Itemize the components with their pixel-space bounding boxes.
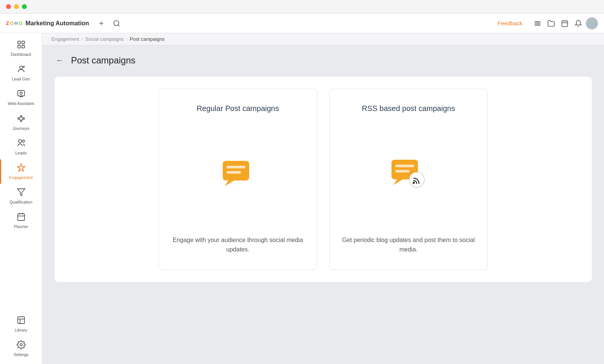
- rss-post-card[interactable]: RSS based post campaigns: [329, 89, 488, 270]
- zoho-z: Z: [6, 20, 9, 26]
- chat-icon: [221, 159, 255, 189]
- sidebar-item-qualification[interactable]: Qualification: [0, 184, 42, 208]
- svg-marker-30: [17, 189, 25, 196]
- svg-marker-42: [225, 180, 234, 186]
- sidebar-item-leads[interactable]: Leads: [0, 135, 42, 159]
- content-area: Engagement › Social campaigns › Post cam…: [42, 33, 604, 364]
- sidebar-label-dashboard: Dashboard: [11, 52, 31, 57]
- svg-rect-45: [395, 170, 410, 173]
- engagement-icon: [17, 163, 26, 174]
- main-layout: Dashboard Lead Gen Web Assistant Journey…: [0, 33, 604, 364]
- sidebar-item-web-assistant[interactable]: Web Assistant: [0, 85, 42, 110]
- maximize-dot: [22, 4, 27, 9]
- svg-point-20: [18, 118, 19, 119]
- breadcrumb-current: Post campaigns: [130, 36, 165, 42]
- svg-line-25: [22, 117, 23, 118]
- brand-name: Marketing Automation: [26, 20, 89, 27]
- sidebar-label-leads: Leads: [15, 151, 27, 156]
- svg-line-24: [19, 117, 20, 118]
- svg-rect-12: [22, 45, 25, 48]
- add-button[interactable]: +: [97, 16, 106, 31]
- breadcrumb-social-campaigns[interactable]: Social campaigns: [85, 36, 124, 42]
- svg-line-27: [19, 119, 20, 120]
- svg-point-38: [20, 344, 22, 346]
- regular-card-desc: Engage with your audience through social…: [171, 235, 305, 254]
- breadcrumb-sep-2: ›: [126, 37, 128, 42]
- feedback-link[interactable]: Feedback: [498, 20, 522, 26]
- svg-rect-35: [18, 317, 25, 324]
- sidebar-label-qualification: Qualification: [9, 200, 32, 205]
- qualification-icon: [17, 188, 26, 198]
- library-icon: [17, 316, 26, 326]
- breadcrumb: Engagement › Social campaigns › Post cam…: [42, 33, 604, 45]
- dashboard-icon: [17, 40, 26, 51]
- sidebar-item-settings[interactable]: Settings: [0, 336, 42, 361]
- regular-card-icon-area: [221, 136, 255, 213]
- svg-point-23: [20, 120, 22, 122]
- leads-icon: [17, 139, 26, 149]
- sidebar-label-library: Library: [15, 328, 28, 333]
- rss-card-title: RSS based post campaigns: [362, 104, 455, 113]
- svg-point-22: [23, 118, 25, 119]
- back-button[interactable]: ←: [54, 54, 65, 66]
- svg-marker-46: [393, 179, 403, 185]
- svg-rect-44: [395, 165, 414, 167]
- top-nav-icons: [532, 17, 598, 29]
- sidebar-label-settings: Settings: [14, 352, 29, 357]
- list-view-button[interactable]: [532, 17, 544, 29]
- svg-point-21: [20, 116, 22, 117]
- list-icon: [534, 20, 541, 27]
- sidebar-label-web-assistant: Web Assistant: [8, 101, 34, 106]
- zoho-h: H: [14, 20, 18, 26]
- svg-point-29: [22, 140, 25, 142]
- svg-rect-10: [22, 41, 25, 44]
- regular-card-title: Regular Post campaigns: [197, 104, 279, 113]
- svg-rect-31: [18, 214, 25, 221]
- page-content: ← Post campaigns Regular Post campaigns: [42, 45, 604, 364]
- svg-rect-41: [226, 171, 241, 174]
- svg-point-48: [413, 182, 415, 184]
- folder-icon: [547, 20, 555, 27]
- svg-rect-39: [223, 161, 249, 180]
- regular-post-card[interactable]: Regular Post campaigns Engage with your …: [159, 89, 317, 270]
- avatar[interactable]: [586, 17, 598, 29]
- journeys-icon: [17, 114, 26, 125]
- calendar-button[interactable]: [559, 17, 571, 29]
- breadcrumb-engagement[interactable]: Engagement: [51, 36, 79, 42]
- sidebar-bottom: Library Settings: [0, 312, 42, 361]
- title-bar: [0, 0, 604, 14]
- search-icon: [113, 20, 120, 27]
- notifications-button[interactable]: [572, 17, 584, 29]
- bell-icon: [575, 20, 582, 27]
- calendar-icon: [561, 20, 569, 27]
- sidebar-label-journeys: Journeys: [12, 126, 29, 131]
- sidebar: Dashboard Lead Gen Web Assistant Journey…: [0, 33, 42, 364]
- svg-rect-11: [18, 45, 20, 48]
- svg-rect-9: [18, 41, 20, 44]
- folder-button[interactable]: [545, 17, 557, 29]
- brand: ZOHO Marketing Automation: [6, 20, 89, 27]
- svg-point-13: [20, 66, 23, 69]
- planner-icon: [17, 212, 26, 223]
- page-title: Post campaigns: [71, 55, 136, 66]
- sidebar-item-library[interactable]: Library: [0, 312, 42, 336]
- sidebar-item-lead-gen[interactable]: Lead Gen: [0, 61, 42, 85]
- sidebar-label-planner: Planner: [14, 224, 28, 229]
- minimize-dot: [14, 4, 19, 9]
- svg-point-28: [18, 140, 22, 143]
- sidebar-item-journeys[interactable]: Journeys: [0, 110, 42, 135]
- breadcrumb-sep-1: ›: [82, 37, 83, 42]
- close-dot: [6, 4, 11, 9]
- zoho-o1: O: [10, 20, 14, 26]
- web-assistant-icon: [17, 89, 26, 100]
- sidebar-item-dashboard[interactable]: Dashboard: [0, 36, 42, 61]
- svg-rect-40: [226, 166, 245, 168]
- chat-rss-icon: [390, 158, 427, 190]
- sidebar-label-engagement: Engagement: [9, 175, 32, 180]
- zoho-logo: ZOHO: [6, 20, 23, 26]
- sidebar-item-engagement[interactable]: Engagement: [0, 159, 42, 184]
- sidebar-item-planner[interactable]: Planner: [0, 208, 42, 233]
- search-button[interactable]: [111, 17, 123, 29]
- svg-point-19: [20, 92, 22, 94]
- svg-point-0: [114, 20, 119, 25]
